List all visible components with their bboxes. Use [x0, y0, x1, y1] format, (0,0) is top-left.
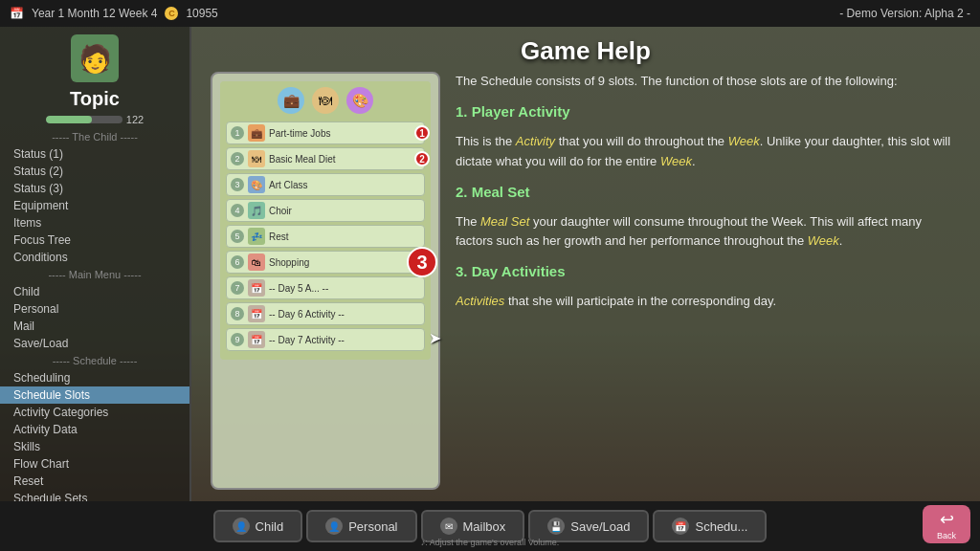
schedule-slot-3: 3 🎨 Art Class	[226, 173, 425, 196]
back-button[interactable]: ↩ Back	[923, 505, 970, 543]
slot-text-4: Choir	[269, 206, 420, 216]
schedule-slot-2: 2 🍽 Basic Meal Diet 2	[226, 147, 425, 170]
slot-icon-5: 💤	[248, 228, 265, 245]
schedule-slot-1: 1 💼 Part-time Jobs 1	[226, 121, 425, 144]
sidebar-item-skills[interactable]: Skills	[0, 438, 189, 455]
avatar: 🧑	[71, 34, 119, 82]
schedule-slot-9: 9 📅 -- Day 7 Activity -- ➤	[226, 328, 425, 351]
section1-text1: This is the	[456, 134, 516, 148]
slot-num-4: 4	[231, 204, 244, 217]
content-area: Game Help 💼 🍽 🎨 1 💼 Part-time Jobs	[191, 27, 980, 501]
schedule-slot-7: 7 📅 -- Day 5 A... --	[226, 276, 425, 299]
schedule-slot-6: 6 🛍 Shopping 3	[226, 251, 425, 274]
schedule-slot-8: 8 📅 -- Day 6 Activity --	[226, 302, 425, 325]
slot-text-9: -- Day 7 Activity --	[269, 335, 420, 345]
divider-child: ----- The Child -----	[0, 131, 189, 143]
mailbox-btn-label: Mailbox	[463, 519, 506, 534]
coin-icon: C	[165, 7, 178, 20]
bottom-btn-child[interactable]: 👤 Child	[213, 510, 303, 542]
stat-bar	[46, 116, 122, 123]
sidebar-item-focus-tree[interactable]: Focus Tree	[0, 231, 189, 249]
sidebar-item-mail[interactable]: Mail	[0, 318, 189, 335]
child-btn-label: Child	[256, 519, 284, 534]
section3-text2: that she will participate in the corresp…	[504, 294, 776, 308]
section1-text2: that you will do throughout the	[555, 134, 728, 148]
section2-body: The Meal Set your daughter will consume …	[456, 212, 961, 251]
schedule-btn-label: Schedu...	[695, 519, 747, 534]
section1: 1. Player Activity	[456, 100, 961, 122]
section1-activity: Activity	[516, 134, 555, 148]
schedule-preview-inner: 💼 🍽 🎨 1 💼 Part-time Jobs 1 2 🍽	[220, 81, 431, 360]
sidebar-item-personal[interactable]: Personal	[0, 300, 189, 318]
child-btn-icon: 👤	[233, 518, 250, 535]
bottom-btn-personal[interactable]: 👤 Personal	[306, 510, 416, 542]
slot-num-7: 7	[231, 281, 244, 295]
help-text-area: The Schedule consists of 9 slots. The fu…	[456, 72, 961, 490]
slot-icon-2: 🍽	[248, 150, 265, 167]
help-body: 💼 🍽 🎨 1 💼 Part-time Jobs 1 2 🍽	[191, 72, 980, 501]
saveload-btn-icon: 💾	[547, 518, 565, 535]
back-icon: ↩	[940, 509, 954, 530]
schedule-slot-5: 5 💤 Rest	[226, 225, 425, 248]
section2: 2. Meal Set	[456, 181, 961, 203]
sidebar-item-reset[interactable]: Reset	[0, 473, 189, 490]
top-bar: 📅 Year 1 Month 12 Week 4 C 10955 - Demo …	[0, 0, 980, 27]
sidebar-item-items[interactable]: Items	[0, 214, 189, 231]
personal-btn-label: Personal	[348, 519, 397, 534]
sidebar-item-status3[interactable]: Status (3)	[0, 180, 189, 197]
main-panel: 🧑 Topic 122 ----- The Child ----- Status…	[0, 27, 980, 501]
sidebar-item-status1[interactable]: Status (1)	[0, 145, 189, 163]
badge-2: 2	[414, 151, 430, 166]
bottom-btn-schedule[interactable]: 📅 Schedu...	[653, 510, 767, 542]
schedule-preview: 💼 🍽 🎨 1 💼 Part-time Jobs 1 2 🍽	[211, 72, 440, 490]
sidebar-item-conditions[interactable]: Conditions	[0, 249, 189, 266]
slot-text-3: Art Class	[269, 180, 420, 190]
sidebar-item-schedule-slots[interactable]: Schedule Slots	[0, 386, 189, 404]
sched-top-icon-1: 💼	[278, 87, 304, 114]
slot-icon-8: 📅	[248, 305, 265, 322]
section3: 3. Day Activities	[456, 260, 961, 282]
section1-text4: .	[692, 154, 696, 168]
calendar-icon: 📅	[10, 7, 24, 20]
slot-icon-6: 🛍	[248, 253, 265, 271]
sidebar-item-activity-data[interactable]: Activity Data	[0, 421, 189, 438]
sidebar-item-equipment[interactable]: Equipment	[0, 197, 189, 214]
slot-num-5: 5	[231, 230, 244, 243]
section1-week2: Week	[660, 154, 692, 168]
slot-icon-3: 🎨	[248, 176, 265, 193]
sidebar-item-child[interactable]: Child	[0, 283, 189, 300]
slot-text-7: -- Day 5 A... --	[269, 283, 420, 294]
schedule-btn-icon: 📅	[672, 518, 689, 535]
slot-num-1: 1	[231, 126, 244, 140]
slot-icon-4: 🎵	[248, 202, 265, 219]
calendar-text: Year 1 Month 12 Week 4	[32, 7, 157, 20]
section1-title: 1. Player Activity	[456, 103, 570, 120]
mailbox-btn-icon: ✉	[440, 518, 457, 535]
personal-btn-icon: 👤	[325, 518, 343, 535]
sidebar-item-flow-chart[interactable]: Flow Chart	[0, 455, 189, 473]
sidebar-item-scheduling[interactable]: Scheduling	[0, 369, 189, 386]
sched-top-icon-2: 🍽	[312, 87, 339, 114]
sidebar-item-status2[interactable]: Status (2)	[0, 163, 189, 180]
back-label: Back	[937, 531, 956, 540]
section3-title: 3. Day Activities	[456, 263, 566, 279]
sched-top-icons: 💼 🍽 🎨	[226, 87, 425, 114]
badge-1: 1	[414, 125, 430, 141]
slot-icon-9: 📅	[248, 331, 265, 348]
section3-body: Activities that she will participate in …	[456, 292, 961, 311]
slot-text-6: Shopping	[269, 257, 420, 268]
cursor-arrow: ➤	[429, 329, 441, 347]
saveload-btn-label: Save/Load	[570, 519, 630, 534]
top-bar-left: 📅 Year 1 Month 12 Week 4 C 10955	[10, 7, 218, 20]
divider-schedule: ----- Schedule -----	[0, 355, 189, 366]
sidebar-item-activity-categories[interactable]: Activity Categories	[0, 404, 189, 421]
slot-text-5: Rest	[269, 231, 420, 242]
slot-text-1: Part-time Jobs	[269, 128, 420, 139]
sidebar-item-saveload[interactable]: Save/Load	[0, 335, 189, 352]
slot-num-8: 8	[231, 307, 244, 320]
sidebar-item-schedule-sets[interactable]: Schedule Sets	[0, 490, 189, 501]
sidebar-topic: Topic	[0, 88, 189, 110]
slot-num-3: 3	[231, 178, 244, 191]
sidebar: 🧑 Topic 122 ----- The Child ----- Status…	[0, 27, 191, 501]
schedule-slot-4: 4 🎵 Choir	[226, 199, 425, 222]
